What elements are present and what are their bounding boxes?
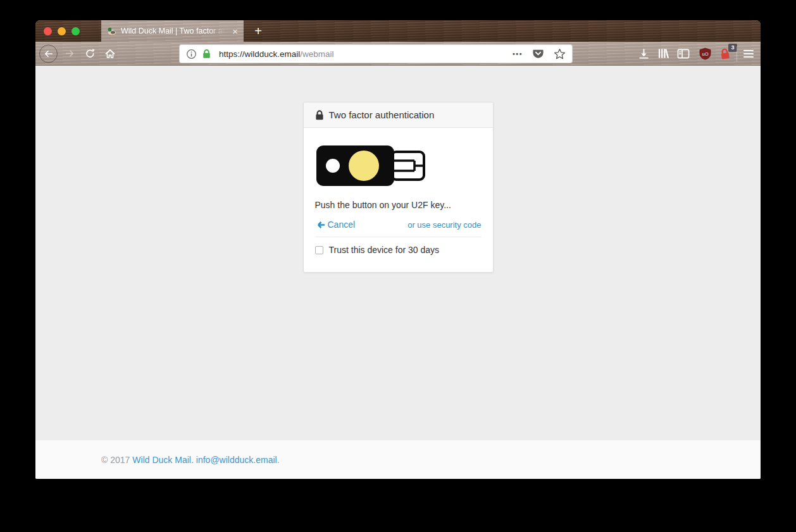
cancel-label: Cancel bbox=[328, 220, 356, 230]
duck-favicon bbox=[107, 27, 116, 36]
security-code-link[interactable]: or use security code bbox=[407, 220, 481, 230]
card-header: Two factor authentication bbox=[304, 102, 493, 128]
toolbar-separator bbox=[737, 46, 737, 61]
privacy-extension-button[interactable]: 3 bbox=[718, 46, 733, 61]
sidebar-toggle-button[interactable] bbox=[676, 46, 691, 61]
card-title: Two factor authentication bbox=[329, 109, 435, 120]
menu-button[interactable] bbox=[740, 46, 757, 61]
sidebar-icon bbox=[677, 48, 690, 59]
brand-link[interactable]: Wild Duck Mail. bbox=[132, 455, 193, 465]
pocket-icon[interactable] bbox=[532, 48, 544, 59]
page-footer: © 2017 Wild Duck Mail. info@wildduck.ema… bbox=[35, 440, 761, 479]
forward-button[interactable] bbox=[62, 46, 77, 61]
back-arrow-icon bbox=[43, 48, 54, 59]
screenshot-stage: Wild Duck Mail | Two factor aut × + bbox=[0, 0, 796, 532]
page-info-icon[interactable] bbox=[186, 49, 197, 59]
new-tab-button[interactable]: + bbox=[251, 20, 266, 42]
bookmark-star-icon[interactable] bbox=[554, 48, 566, 60]
left-arrow-icon bbox=[315, 221, 325, 228]
two-factor-card: Two factor authentication Push the butto… bbox=[303, 102, 494, 273]
url-bar[interactable]: https://wildduck.email/webmail ••• bbox=[179, 44, 573, 63]
home-icon bbox=[104, 48, 116, 59]
lock-icon bbox=[315, 110, 324, 120]
url-path: /webmail bbox=[300, 49, 333, 59]
u2f-security-key-image bbox=[315, 142, 426, 189]
tab-title: Wild Duck Mail | Two factor aut bbox=[121, 27, 225, 35]
page-actions-icon[interactable]: ••• bbox=[513, 50, 523, 58]
minimize-window-button[interactable] bbox=[58, 27, 66, 35]
url-host: https://wildduck.email bbox=[219, 49, 300, 59]
footer-suffix: . bbox=[277, 455, 280, 465]
copyright-text: © 2017 bbox=[101, 455, 130, 465]
forward-arrow-icon bbox=[65, 48, 75, 59]
zoom-window-button[interactable] bbox=[72, 27, 80, 35]
home-button[interactable] bbox=[103, 46, 118, 61]
downloads-button[interactable] bbox=[636, 46, 651, 61]
trust-device-checkbox[interactable] bbox=[315, 246, 323, 254]
reload-button[interactable] bbox=[82, 46, 97, 61]
divider bbox=[315, 237, 482, 237]
navigation-toolbar: https://wildduck.email/webmail ••• bbox=[35, 42, 761, 66]
email-link[interactable]: info@wildduck.email bbox=[196, 455, 277, 465]
instruction-text: Push the button on your U2F key... bbox=[315, 200, 482, 210]
https-lock-icon[interactable] bbox=[202, 49, 211, 59]
browser-tab[interactable]: Wild Duck Mail | Two factor aut × bbox=[101, 20, 244, 42]
back-button[interactable] bbox=[39, 44, 58, 63]
traffic-lights bbox=[44, 20, 80, 42]
close-window-button[interactable] bbox=[44, 27, 52, 35]
trust-device-row: Trust this device for 30 days bbox=[315, 245, 482, 255]
ublock-origin-shield-icon: uO bbox=[699, 47, 712, 60]
download-icon bbox=[638, 47, 650, 59]
trust-device-label: Trust this device for 30 days bbox=[329, 245, 440, 255]
card-body: Push the button on your U2F key... Cance… bbox=[304, 128, 493, 272]
cancel-link[interactable]: Cancel bbox=[315, 220, 356, 230]
hamburger-icon bbox=[743, 50, 754, 51]
reload-icon bbox=[85, 48, 96, 59]
tab-bar: Wild Duck Mail | Two factor aut × + bbox=[35, 20, 761, 42]
library-icon bbox=[657, 47, 670, 59]
url-text: https://wildduck.email/webmail bbox=[219, 49, 334, 59]
urlbar-actions: ••• bbox=[513, 48, 566, 60]
extension-badge-count: 3 bbox=[728, 44, 737, 52]
page-content: Two factor authentication Push the butto… bbox=[35, 66, 761, 440]
links-row: Cancel or use security code bbox=[315, 220, 482, 230]
browser-window: Wild Duck Mail | Two factor aut × + bbox=[35, 20, 761, 479]
ubo-label: uO bbox=[702, 51, 708, 56]
tab-close-icon[interactable]: × bbox=[232, 27, 238, 36]
ublock-origin-button[interactable]: uO bbox=[697, 46, 712, 61]
library-button[interactable] bbox=[656, 46, 671, 61]
